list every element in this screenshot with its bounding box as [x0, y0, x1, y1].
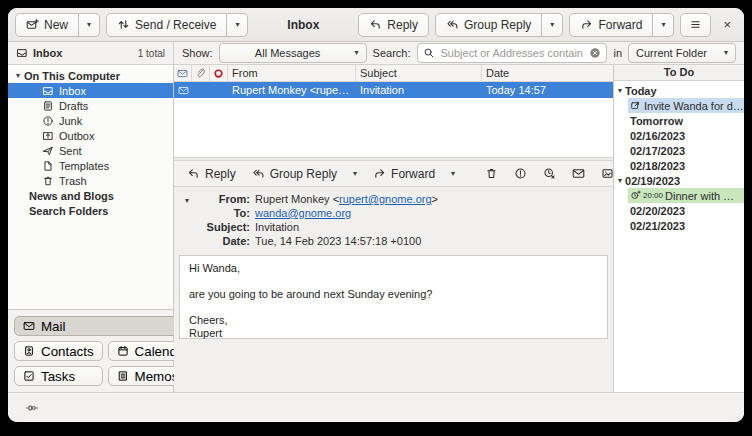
clock-remove-icon	[543, 167, 556, 180]
todo-group-today[interactable]: ▾ Today	[614, 83, 744, 98]
column-from[interactable]: From	[228, 65, 356, 81]
todo-group-date[interactable]: 02/18/2023	[614, 158, 744, 173]
preview-reply-button[interactable]: Reply	[180, 163, 243, 185]
chevron-down-icon: ▾	[353, 170, 357, 178]
forward-dropdown-button[interactable]: ▾	[653, 13, 674, 37]
reply-icon	[187, 167, 200, 180]
message-date: Today 14:57	[482, 84, 613, 96]
group-reply-dropdown-button[interactable]: ▾	[542, 13, 563, 37]
sidebar-item-drafts[interactable]: Drafts	[8, 98, 173, 113]
folder-label: Templates	[59, 160, 109, 172]
clear-search-icon[interactable]	[589, 47, 601, 59]
to-email-link[interactable]: wanda@gnome.org	[255, 207, 351, 219]
sidebar-item-news-and-blogs[interactable]: News and Blogs	[8, 188, 173, 203]
todo-group-tomorrow[interactable]: Tomorrow	[614, 113, 744, 128]
menu-button[interactable]	[680, 13, 711, 37]
account-label: News and Blogs	[29, 190, 114, 202]
todo-group-date[interactable]: 02/17/2023	[614, 143, 744, 158]
sidebar-item-trash[interactable]: Trash	[8, 173, 173, 188]
delete-message-button[interactable]	[478, 163, 505, 185]
search-scope-dropdown[interactable]: Current Folder ▾	[628, 43, 736, 63]
preview-forward-button[interactable]: Forward	[366, 163, 442, 185]
folder-label: Drafts	[59, 100, 88, 112]
message-body: Hi Wanda, are you going to be around nex…	[179, 255, 608, 339]
send-receive-button-label: Send / Receive	[135, 18, 216, 32]
reply-button[interactable]: Reply	[358, 13, 429, 37]
close-window-button[interactable]: ×	[717, 13, 737, 37]
tasks-icon	[23, 370, 35, 382]
folder-tree: ▾ On This Computer Inbox Drafts Junk	[8, 65, 173, 309]
from-value: Rupert Monkey <rupert@gnome.org>	[255, 193, 438, 206]
todo-panel-title: To Do	[614, 65, 744, 81]
outbox-icon	[42, 130, 54, 142]
paperclip-icon	[195, 68, 206, 79]
headerbar: New ▾ Send / Receive ▾ Inbox Reply Group…	[8, 8, 744, 42]
switcher-mail-button[interactable]: Mail	[14, 316, 198, 336]
group-reply-button-group: Group Reply ▾	[435, 13, 563, 37]
new-button-label: New	[44, 18, 68, 32]
account-on-this-computer[interactable]: ▾ On This Computer	[8, 68, 173, 83]
message-status-envelope-icon	[177, 68, 188, 79]
new-button[interactable]: New	[15, 13, 79, 37]
mark-junk-button[interactable]	[507, 163, 534, 185]
message-count: 1 total	[138, 48, 165, 59]
inbox-icon	[16, 47, 28, 59]
column-status[interactable]	[174, 65, 192, 81]
todo-group-date-expanded[interactable]: ▾ 02/19/2023	[614, 173, 744, 188]
todo-group-date[interactable]: 02/16/2023	[614, 128, 744, 143]
todo-event-item[interactable]: 20:00 Dinner with Wa…	[628, 188, 744, 203]
network-status-plug-icon[interactable]	[25, 401, 39, 415]
show-filter-value: All Messages	[227, 47, 349, 59]
sidebar-item-junk[interactable]: Junk	[8, 113, 173, 128]
show-filter-dropdown[interactable]: All Messages ▾	[219, 43, 367, 63]
status-bar	[8, 392, 744, 422]
search-entry[interactable]	[417, 43, 608, 63]
main-area: ▾ On This Computer Inbox Drafts Junk	[8, 65, 744, 392]
todo-group-date[interactable]: 02/21/2023	[614, 218, 744, 233]
preview-reply-label: Reply	[205, 167, 236, 181]
evolution-window: New ▾ Send / Receive ▾ Inbox Reply Group…	[8, 8, 744, 422]
send-receive-button[interactable]: Send / Receive	[106, 13, 227, 37]
column-subject[interactable]: Subject	[356, 65, 482, 81]
sidebar-item-sent[interactable]: Sent	[8, 143, 173, 158]
preview-group-reply-label: Group Reply	[270, 167, 337, 181]
column-attachment[interactable]	[192, 65, 210, 81]
folder-label: Inbox	[59, 85, 86, 97]
new-button-group: New ▾	[15, 13, 100, 37]
forward-button-label: Forward	[598, 18, 642, 32]
from-email-link[interactable]: rupert@gnome.org	[339, 193, 432, 205]
send-receive-dropdown-button[interactable]: ▾	[227, 13, 248, 37]
switcher-tasks-button[interactable]: Tasks	[14, 366, 103, 386]
sidebar-item-templates[interactable]: Templates	[8, 158, 173, 173]
sidebar-item-outbox[interactable]: Outbox	[8, 128, 173, 143]
message-row-selected[interactable]: Rupert Monkey <rupert@gnome.org> Invitat…	[174, 82, 613, 98]
column-date[interactable]: Date	[482, 65, 613, 81]
reply-icon	[369, 18, 382, 31]
todo-group-date[interactable]: 02/20/2023	[614, 203, 744, 218]
mark-unread-button[interactable]	[565, 163, 592, 185]
window-title: Inbox	[254, 18, 352, 32]
preview-group-reply-button[interactable]: Group Reply	[245, 163, 344, 185]
column-important[interactable]	[210, 65, 228, 81]
new-dropdown-button[interactable]: ▾	[79, 13, 100, 37]
preview-forward-dropdown[interactable]: ▾	[444, 163, 462, 185]
folder-name: Inbox	[33, 47, 62, 59]
forward-button[interactable]: Forward	[569, 13, 653, 37]
todo-task-item[interactable]: Invite Wanda for din…	[628, 98, 744, 113]
switcher-label: Tasks	[41, 369, 75, 384]
to-label: To:	[198, 207, 250, 220]
snooze-button[interactable]	[536, 163, 563, 185]
send-receive-button-group: Send / Receive ▾	[106, 13, 248, 37]
group-reply-button[interactable]: Group Reply	[435, 13, 542, 37]
switcher-label: Mail	[41, 319, 65, 334]
sidebar-item-inbox[interactable]: Inbox	[8, 83, 173, 98]
switcher-contacts-button[interactable]: Contacts	[14, 341, 103, 361]
search-input[interactable]	[439, 46, 586, 60]
message-list-empty-space	[174, 98, 613, 157]
sidebar-item-search-folders[interactable]: Search Folders	[8, 203, 173, 218]
todo-list: ▾ Today Invite Wanda for din… Tomorrow 0…	[614, 81, 744, 392]
collapse-headers-button[interactable]: ▾	[180, 193, 194, 248]
expander-down-icon: ▾	[618, 177, 622, 185]
preview-group-reply-dropdown[interactable]: ▾	[346, 163, 364, 185]
filter-controls: Show: All Messages ▾ Search: in Current …	[174, 42, 744, 64]
